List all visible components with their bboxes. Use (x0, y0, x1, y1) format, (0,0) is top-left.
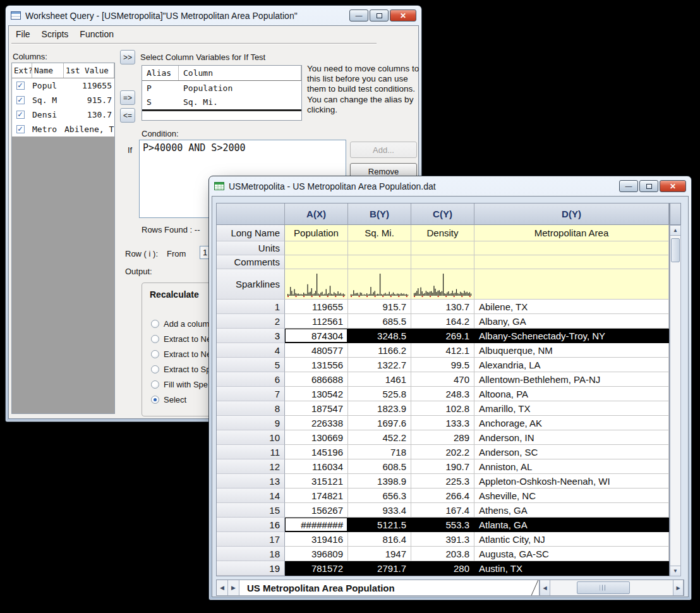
checkbox-icon[interactable] (16, 96, 25, 104)
comments-label[interactable]: Comments (217, 255, 285, 269)
row-number[interactable]: 16 (217, 518, 285, 532)
cell-metro-area[interactable]: Anchorage, AK (474, 416, 669, 430)
radio-icon[interactable] (151, 320, 159, 328)
cell-population[interactable]: 315121 (285, 474, 348, 489)
sparkline-sqmi[interactable] (348, 269, 411, 300)
row-number[interactable]: 12 (217, 459, 285, 474)
column-row[interactable]: Popul 119655 (12, 78, 114, 93)
scroll-left-icon[interactable]: ◀ (540, 580, 550, 595)
table-row[interactable]: 4 480577 1166.2 412.1 Albuquerque, NM (217, 343, 669, 358)
maximize-icon[interactable] (639, 180, 658, 192)
cell-population[interactable]: 130669 (285, 430, 348, 445)
cell-sqmi[interactable]: 3248.5 (348, 329, 411, 343)
row-number[interactable]: 1 (217, 300, 285, 314)
comments-a[interactable] (285, 255, 348, 269)
radio-option-add-column[interactable]: Add a colum (151, 316, 211, 331)
cell-metro-area[interactable]: Allentown-Bethlehem, PA-NJ (474, 372, 669, 387)
row-number[interactable]: 19 (217, 561, 285, 576)
cell-density[interactable]: 133.3 (411, 416, 474, 430)
cell-density[interactable]: 190.7 (411, 459, 474, 474)
cell-metro-area[interactable]: Anderson, SC (474, 445, 669, 459)
cell-population[interactable]: 119655 (285, 300, 348, 314)
table-row[interactable]: 10 130669 452.2 289 Anderson, IN (217, 430, 669, 445)
cell-sqmi[interactable]: 656.3 (348, 489, 411, 503)
cell-population[interactable]: 131556 (285, 358, 348, 372)
cell-density[interactable]: 553.3 (411, 518, 474, 532)
alias-row[interactable]: S Sq. Mi. (142, 95, 301, 109)
cell-density[interactable]: 225.3 (411, 474, 474, 489)
sparkline-d-empty[interactable] (474, 269, 669, 300)
row-number[interactable]: 18 (217, 547, 285, 561)
row-number[interactable]: 17 (217, 532, 285, 547)
column-header-a[interactable]: A(X) (285, 203, 348, 225)
cell-density[interactable]: 412.1 (411, 343, 474, 358)
radio-icon[interactable] (151, 365, 159, 373)
table-row[interactable]: 17 319416 816.4 391.3 Atlantic City, NJ (217, 532, 669, 547)
cell-sqmi[interactable]: 525.8 (348, 387, 411, 401)
cell-sqmi[interactable]: 718 (348, 445, 411, 459)
menu-function[interactable]: Function (74, 27, 119, 42)
radio-icon[interactable] (151, 335, 159, 343)
cell-metro-area[interactable]: Austin, TX (474, 561, 669, 576)
sheet-tab[interactable]: US Metropolitan Area Population (239, 580, 525, 595)
checkbox-icon[interactable] (16, 82, 25, 90)
cell-sqmi[interactable]: 1697.6 (348, 416, 411, 430)
units-b[interactable] (348, 241, 411, 255)
close-icon[interactable]: ✕ (660, 180, 686, 192)
cell-population[interactable]: 874304 (285, 329, 348, 343)
cell-sqmi[interactable]: 1166.2 (348, 343, 411, 358)
cell-population[interactable]: 226338 (285, 416, 348, 430)
cell-density[interactable]: 391.3 (411, 532, 474, 547)
cell-sqmi[interactable]: 933.4 (348, 503, 411, 518)
long-name-label[interactable]: Long Name (217, 225, 285, 241)
close-icon[interactable]: ✕ (390, 9, 416, 21)
cell-density[interactable]: 266.4 (411, 489, 474, 503)
cell-sqmi[interactable]: 608.5 (348, 459, 411, 474)
cell-sqmi[interactable]: 1398.9 (348, 474, 411, 489)
cell-metro-area[interactable]: Albany-Schenectady-Troy, NY (474, 329, 669, 343)
radio-icon[interactable] (151, 350, 159, 358)
row-number[interactable]: 15 (217, 503, 285, 518)
horizontal-scroll-track[interactable] (550, 580, 673, 595)
maximize-icon[interactable] (370, 9, 389, 21)
units-d[interactable] (474, 241, 669, 255)
row-number[interactable]: 5 (217, 358, 285, 372)
sparkline-population[interactable] (285, 269, 348, 300)
vertical-scroll-thumb[interactable] (671, 238, 680, 262)
cell-population[interactable]: 480577 (285, 343, 348, 358)
cell-population[interactable]: 187547 (285, 401, 348, 416)
radio-icon[interactable] (151, 396, 159, 404)
table-row[interactable]: 7 130542 525.8 248.3 Altoona, PA (217, 387, 669, 401)
table-row[interactable]: 8 187547 1823.9 102.8 Amarillo, TX (217, 401, 669, 416)
table-row[interactable]: 13 315121 1398.9 225.3 Appleton-Oshkosh-… (217, 474, 669, 489)
units-a[interactable] (285, 241, 348, 255)
cell-sqmi[interactable]: 1947 (348, 547, 411, 561)
worksheet-titlebar[interactable]: USMetropolita - US Metropolitan Area Pop… (209, 176, 691, 196)
alias-value[interactable]: P (142, 83, 179, 93)
cell-sqmi[interactable]: 1322.7 (348, 358, 411, 372)
cell-population[interactable]: 156267 (285, 503, 348, 518)
minimize-icon[interactable]: — (619, 180, 638, 192)
minimize-icon[interactable]: — (349, 9, 368, 21)
corner-cell[interactable] (217, 203, 285, 225)
cell-population[interactable]: 781572 (285, 561, 348, 576)
cell-metro-area[interactable]: Albany, GA (474, 314, 669, 329)
cell-sqmi[interactable]: 1461 (348, 372, 411, 387)
horizontal-scrollbar[interactable]: ◀ ▶ (540, 580, 684, 595)
cell-metro-area[interactable]: Abilene, TX (474, 300, 669, 314)
columns-list[interactable]: Ext? Name 1st Value Popul 119655 Sq. M 9… (11, 63, 115, 414)
scroll-down-icon[interactable]: ▼ (670, 566, 680, 576)
radio-option-extract-2[interactable]: Extract to Ne (151, 346, 211, 361)
query-titlebar[interactable]: Worksheet Query - [USMetropolita]"US Met… (6, 6, 421, 25)
cell-metro-area[interactable]: Amarillo, TX (474, 401, 669, 416)
cell-population[interactable]: 145196 (285, 445, 348, 459)
move-right-button[interactable]: => (120, 90, 135, 105)
cell-population[interactable]: ######## (285, 518, 348, 532)
table-row[interactable]: 6 686688 1461 470 Allentown-Bethlehem, P… (217, 372, 669, 387)
row-number[interactable]: 14 (217, 489, 285, 503)
long-name-b[interactable]: Sq. Mi. (348, 225, 411, 241)
cell-density[interactable]: 269.1 (411, 329, 474, 343)
cell-density[interactable]: 248.3 (411, 387, 474, 401)
cell-metro-area[interactable]: Athens, GA (474, 503, 669, 518)
cell-density[interactable]: 164.2 (411, 314, 474, 329)
